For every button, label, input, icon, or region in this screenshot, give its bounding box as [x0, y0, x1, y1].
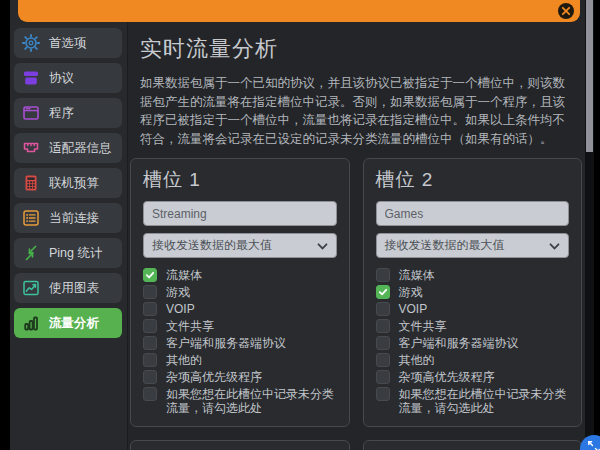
protocol-box-icon — [20, 67, 42, 89]
checkbox-row: VOIP — [143, 302, 337, 316]
checkbox-unchecked[interactable] — [376, 302, 390, 316]
scrollbar-track[interactable] — [585, 0, 594, 450]
slot-name-input[interactable] — [143, 201, 337, 226]
slot-name-input[interactable] — [376, 201, 570, 226]
checkbox-row: 流媒体 — [143, 268, 337, 282]
notification-banner — [18, 0, 580, 22]
sidebar-item-usage-chart[interactable]: 使用图表 — [14, 273, 122, 303]
checkbox-label: 其他的 — [166, 353, 202, 367]
slot-panel-4: 槽位 4 — [363, 440, 583, 450]
expand-arrows-icon — [586, 439, 600, 450]
sidebar-item-programs[interactable]: 程序 — [14, 98, 122, 128]
checkbox-label: VOIP — [399, 302, 428, 316]
checkbox-label: VOIP — [166, 302, 195, 316]
checkbox-row: 文件共享 — [143, 319, 337, 333]
sidebar-item-label: Ping 统计 — [49, 245, 103, 262]
slot-panel-3: 槽位 3 — [130, 440, 350, 450]
sidebar-item-label: 首选项 — [49, 35, 87, 52]
bar-chart-icon — [20, 312, 42, 334]
sidebar: 首选项协议程序适配器信息联机预算当前连接Ping 统计使用图表流量分析 — [10, 0, 127, 450]
slot-title: 槽位 2 — [376, 169, 570, 191]
checkbox-label: 游戏 — [399, 285, 423, 299]
checkbox-checked[interactable] — [376, 285, 390, 299]
calculator-icon — [20, 172, 42, 194]
checkbox-unchecked[interactable] — [376, 353, 390, 367]
checkbox-unchecked[interactable] — [143, 353, 157, 367]
checkbox-row: 如果您想在此槽位中记录未分类流量，请勾选此处 — [143, 387, 337, 415]
window-left-edge — [0, 0, 10, 450]
sidebar-item-online-budget[interactable]: 联机预算 — [14, 168, 122, 198]
chevron-down-icon — [549, 239, 560, 253]
checkbox-unchecked[interactable] — [376, 268, 390, 282]
checkbox-row: 客户端和服务器端协议 — [143, 336, 337, 350]
window-right-edge — [594, 0, 600, 450]
sidebar-item-label: 使用图表 — [49, 280, 99, 297]
checkbox-label: 如果您想在此槽位中记录未分类流量，请勾选此处 — [166, 387, 337, 415]
slot-metric-select[interactable]: 接收发送数据的最大值 — [143, 233, 337, 258]
checkbox-unchecked[interactable] — [143, 336, 157, 350]
sidebar-item-label: 联机预算 — [49, 175, 99, 192]
sidebar-nav: 首选项协议程序适配器信息联机预算当前连接Ping 统计使用图表流量分析 — [10, 28, 127, 338]
line-chart-icon — [20, 277, 42, 299]
sidebar-item-adapter-info[interactable]: 适配器信息 — [14, 133, 122, 163]
checkbox-label: 游戏 — [166, 285, 190, 299]
checkbox-row: 杂项高优先级程序 — [376, 370, 570, 384]
checkbox-unchecked[interactable] — [376, 370, 390, 384]
checkbox-unchecked[interactable] — [143, 285, 157, 299]
checkbox-unchecked[interactable] — [143, 370, 157, 384]
sidebar-item-ping-stats[interactable]: Ping 统计 — [14, 238, 122, 268]
checkbox-label: 客户端和服务器端协议 — [399, 336, 519, 350]
checkbox-row: 文件共享 — [376, 319, 570, 333]
close-icon — [561, 2, 571, 20]
checkbox-unchecked[interactable] — [143, 387, 157, 401]
slot-metric-select[interactable]: 接收发送数据的最大值 — [376, 233, 570, 258]
checkbox-label: 其他的 — [399, 353, 435, 367]
connection-list-icon — [20, 207, 42, 229]
checkbox-unchecked[interactable] — [376, 319, 390, 333]
slot-title: 槽位 1 — [143, 169, 337, 191]
sidebar-item-label: 适配器信息 — [49, 140, 112, 157]
slot-panel-1: 槽位 1接收发送数据的最大值流媒体游戏VOIP文件共享客户端和服务器端协议其他的… — [130, 158, 350, 427]
sidebar-item-preferences[interactable]: 首选项 — [14, 28, 122, 58]
sidebar-item-label: 程序 — [49, 105, 74, 122]
sidebar-item-current-connections[interactable]: 当前连接 — [14, 203, 122, 233]
checkbox-label: 流媒体 — [166, 268, 202, 282]
slot-panel-2: 槽位 2接收发送数据的最大值流媒体游戏VOIP文件共享客户端和服务器端协议其他的… — [363, 158, 583, 427]
chevron-down-icon — [317, 239, 328, 253]
slots-grid: 槽位 1接收发送数据的最大值流媒体游戏VOIP文件共享客户端和服务器端协议其他的… — [130, 158, 582, 450]
sidebar-item-protocols[interactable]: 协议 — [14, 63, 122, 93]
checkbox-label: 杂项高优先级程序 — [166, 370, 262, 384]
main-content: 实时流量分析 如果数据包属于一个已知的协议，并且该协议已被指定于一个槽位中，则该… — [127, 0, 585, 450]
sidebar-item-label: 流量分析 — [49, 315, 99, 332]
checkbox-unchecked[interactable] — [376, 336, 390, 350]
checkbox-checked[interactable] — [143, 268, 157, 282]
checkbox-unchecked[interactable] — [143, 319, 157, 333]
sidebar-item-label: 当前连接 — [49, 210, 99, 227]
checkbox-label: 流媒体 — [399, 268, 435, 282]
ping-arrows-icon — [20, 242, 42, 264]
select-value: 接收发送数据的最大值 — [152, 237, 272, 254]
ethernet-port-icon — [20, 137, 42, 159]
checkbox-row: 游戏 — [143, 285, 337, 299]
checkbox-unchecked[interactable] — [143, 302, 157, 316]
scrollbar-thumb[interactable] — [586, 0, 593, 152]
checkbox-unchecked[interactable] — [376, 387, 390, 401]
gear-icon — [20, 32, 42, 54]
app-window-icon — [20, 102, 42, 124]
checkbox-row: 客户端和服务器端协议 — [376, 336, 570, 350]
sidebar-item-traffic-analysis[interactable]: 流量分析 — [14, 308, 122, 338]
banner-close-button[interactable] — [558, 3, 574, 19]
checkbox-row: 其他的 — [376, 353, 570, 367]
sidebar-item-label: 协议 — [49, 70, 74, 87]
page-title: 实时流量分析 — [140, 34, 571, 64]
select-value: 接收发送数据的最大值 — [385, 237, 505, 254]
checkbox-label: 文件共享 — [166, 319, 214, 333]
checkbox-label: 文件共享 — [399, 319, 447, 333]
checkbox-label: 杂项高优先级程序 — [399, 370, 495, 384]
checkbox-label: 如果您想在此槽位中记录未分类流量，请勾选此处 — [399, 387, 570, 415]
checkbox-label: 客户端和服务器端协议 — [166, 336, 286, 350]
checkbox-row: 流媒体 — [376, 268, 570, 282]
page-description: 如果数据包属于一个已知的协议，并且该协议已被指定于一个槽位中，则该数据包产生的流… — [140, 74, 569, 148]
checkbox-row: VOIP — [376, 302, 570, 316]
checkbox-row: 游戏 — [376, 285, 570, 299]
